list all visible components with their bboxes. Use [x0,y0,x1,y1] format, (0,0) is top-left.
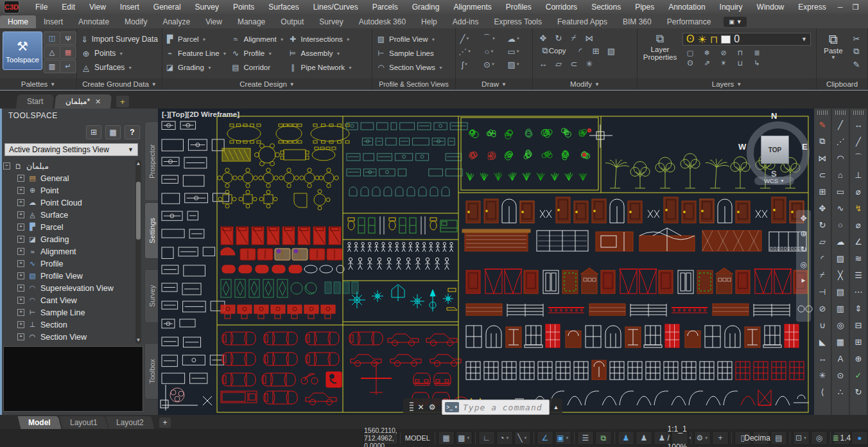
tree-item-point[interactable]: +⊕Point [3,184,134,197]
expander-icon[interactable]: + [17,260,24,267]
menu-view[interactable]: View [82,1,113,13]
menu-general[interactable]: General [146,1,188,13]
clipboard-match-properties-button[interactable]: ✎ [849,59,864,69]
ribbon-item-sample-lines[interactable]: ⊢Sample Lines [376,46,451,60]
menu-alignments[interactable]: Alignments [446,1,498,13]
dimension-linear-button[interactable]: ↔ [851,116,866,133]
modify-mirror-button[interactable]: ⋈ [815,150,830,166]
ribbon-item-grading[interactable]: ◪Grading▼ [165,60,227,74]
polar-tracking-button[interactable]: ◔▼ [496,431,513,445]
expander-icon[interactable]: + [17,224,24,231]
draw-ellipse-button[interactable]: ⊙▼ [482,58,497,71]
tree-root[interactable]: −🗋مبلمان [3,160,134,172]
modify-copy-button[interactable]: ⧉Copy [535,44,573,57]
modify-mirror-button[interactable]: ⋈ [582,31,597,44]
modify-copy-button[interactable]: ⧉ [815,133,830,150]
data-shortcuts-icon[interactable]: ⊞ [86,125,101,139]
dimension-quick-dim-button[interactable]: ≋ [851,250,866,267]
expander-icon[interactable]: + [17,297,24,304]
draw-revcloud-button[interactable]: ☁▼ [506,32,521,45]
units-button[interactable]: Decimal▼ [752,431,769,445]
item-view-icon[interactable]: ▦ [105,125,121,139]
ribbon-tab-featured-apps[interactable]: Featured Apps [550,15,615,28]
dimension-center-mark-button[interactable]: ⊕ [851,350,866,367]
pan-icon[interactable]: ✥ [800,214,806,223]
menu-annotation[interactable]: Annotation [661,1,712,13]
draw-wipeout-button[interactable]: ▨ [833,250,848,267]
draw-gradient-button[interactable]: ▥ [833,300,848,317]
draw-hatch-button[interactable]: ▨▼ [506,58,521,71]
draw-table-button[interactable]: ▦ [833,333,848,350]
workspace-settings-button[interactable]: ⚙▼ [694,431,711,445]
modify-trim-button[interactable]: ⌿ [566,31,582,44]
ortho-mode-button[interactable]: ∟ [478,431,495,445]
dimension-update-button[interactable]: ↻ [851,383,866,400]
command-dock-handle[interactable]: ✕ ⚙ [403,398,442,416]
prospector-icon[interactable]: ◫ [44,31,60,45]
layout-tab-model[interactable]: Model [18,416,62,429]
expander-icon[interactable]: + [17,309,24,316]
ribbon-tab-bim-360[interactable]: BIM 360 [615,15,659,28]
tree-item-grading[interactable]: +◪Grading [3,233,134,245]
menu-sections[interactable]: Sections [584,1,628,13]
dimension-continue-button[interactable]: ⋯ [851,283,866,300]
dimension-aligned-button[interactable]: ╱ [851,133,866,150]
dimension-diameter-button[interactable]: ⌀ [851,216,866,233]
autotrack-button[interactable]: ∠ [537,431,553,445]
clipboard-cut-button[interactable]: ✂ [849,33,864,44]
panel-label-ground[interactable]: Create Ground Data▼ [77,78,162,90]
osnap-button[interactable]: ▣▼ [555,431,571,445]
menu-window[interactable]: Window [750,1,792,13]
performance-button[interactable]: ● [851,431,868,445]
command-input[interactable]: >_▼ Type a command [442,399,550,415]
layer-freeze-layer-button[interactable]: ❄ [699,48,715,58]
layout-tab-layout1[interactable]: Layout1 [59,416,108,429]
modify-stretch-button[interactable]: ↔ [815,350,830,367]
draw-polygon-button[interactable]: ⌂ [833,166,848,183]
draw-region-button[interactable]: ◎ [833,317,848,333]
tree-item-sample-line[interactable]: +⊢Sample Line [3,306,134,319]
modify-trim-button[interactable]: ⌿ [815,267,830,283]
minimize-button[interactable]: ─ [833,2,847,12]
ribbon-tab-output[interactable]: Output [273,15,311,28]
modify-fillet-button[interactable]: ◜ [815,250,830,267]
layer-merge-layer-button[interactable]: ≣ [749,48,765,58]
dimension-baseline-button[interactable]: ☰ [851,267,866,283]
draw-ray-button[interactable]: ⋰ [833,133,848,150]
toolbox-icon[interactable]: ▦ [60,46,76,59]
customize-command-icon[interactable]: ⚙ [429,403,436,412]
orbit-icon[interactable]: ↻ [800,245,806,254]
event-viewer-icon[interactable]: ↵ [60,60,76,73]
ribbon-tab-home[interactable]: Home [0,15,36,28]
quick-properties-button[interactable]: ▤ [770,431,787,445]
command-prompt-icon[interactable]: >_▼ [445,402,459,412]
layer-dropdown[interactable]: ʘ ☀ ⊓ 0 ▼ [682,33,811,46]
help-icon[interactable]: ? [125,125,140,139]
viewport-controls-label[interactable]: [-][Top][2D Wireframe] [162,110,239,118]
draw-line-button[interactable]: ╱ [833,116,848,133]
panel-label-modify[interactable]: Modify▼ [533,78,637,90]
draw-revcloud-button[interactable]: ☁ [833,233,848,250]
tree-item-alignment[interactable]: +≈Alignment [3,245,134,258]
dimension-jogged-button[interactable]: ↯ [851,200,866,216]
modify-offset-button[interactable]: ⊂ [815,166,830,183]
menu-surfaces[interactable]: Surfaces [261,1,306,13]
layer-properties-button[interactable]: ⧉ Layer Properties [641,32,679,61]
modify-break-button[interactable]: ⊘ [815,300,830,317]
tree-item-profile[interactable]: +∿Profile [3,258,134,270]
tree-item-section-view[interactable]: +◠Section View [3,331,134,343]
viewcube-west[interactable]: W [738,142,746,152]
ribbon-item-section-views[interactable]: ◠Section Views▼ [376,60,451,74]
menu-profiles[interactable]: Profiles [499,1,539,13]
snap-mode-button[interactable]: ▩▼ [456,431,473,445]
file-tab-start[interactable]: Start [16,94,55,109]
modify-scale-button[interactable]: ▱ [815,233,830,250]
toolbar-grip[interactable] [835,110,846,115]
menu-inquiry[interactable]: Inquiry [713,1,750,13]
viewcube[interactable]: N W E S TOP WCS▼ [738,112,810,184]
ribbon-item-alignment[interactable]: ≈Alignment▼ [231,32,284,46]
ribbon-tab-add-ins[interactable]: Add-ins [445,15,487,28]
tree-item-general[interactable]: +▤General [3,172,134,184]
ribbon-tab-manage[interactable]: Manage [230,15,273,28]
menu-insert[interactable]: Insert [113,1,146,13]
